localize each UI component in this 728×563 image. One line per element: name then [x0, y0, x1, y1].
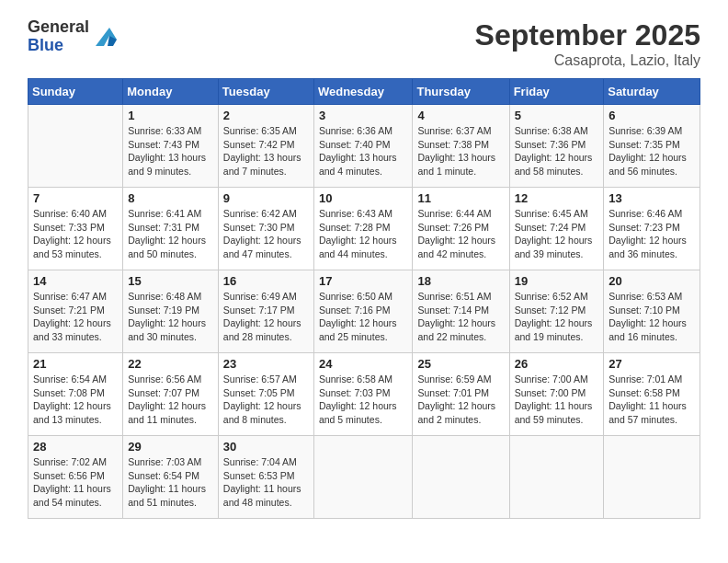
calendar-title: September 2025 — [475, 18, 700, 52]
day-info: Sunrise: 6:56 AM Sunset: 7:07 PM Dayligh… — [128, 373, 213, 427]
day-info: Sunrise: 6:48 AM Sunset: 7:19 PM Dayligh… — [128, 290, 213, 344]
calendar-cell — [313, 436, 413, 519]
calendar-cell: 4Sunrise: 6:37 AM Sunset: 7:38 PM Daylig… — [413, 105, 509, 188]
calendar-cell: 6Sunrise: 6:39 AM Sunset: 7:35 PM Daylig… — [604, 105, 700, 188]
day-number: 3 — [319, 109, 408, 122]
day-number: 29 — [128, 440, 213, 454]
calendar-cell: 5Sunrise: 6:38 AM Sunset: 7:36 PM Daylig… — [509, 105, 604, 188]
day-header-saturday: Saturday — [604, 79, 700, 105]
day-number: 6 — [609, 109, 695, 122]
day-info: Sunrise: 6:39 AM Sunset: 7:35 PM Dayligh… — [609, 124, 695, 178]
day-info: Sunrise: 7:04 AM Sunset: 6:53 PM Dayligh… — [223, 455, 309, 510]
day-number: 11 — [417, 191, 504, 205]
day-number: 10 — [319, 191, 408, 205]
calendar-cell: 9Sunrise: 6:42 AM Sunset: 7:30 PM Daylig… — [218, 188, 313, 270]
day-number: 16 — [223, 274, 309, 288]
calendar-table: SundayMondayTuesdayWednesdayThursdayFrid… — [28, 78, 700, 519]
day-number: 27 — [609, 357, 695, 371]
day-info: Sunrise: 6:51 AM Sunset: 7:14 PM Dayligh… — [417, 290, 504, 344]
day-info: Sunrise: 6:35 AM Sunset: 7:42 PM Dayligh… — [223, 124, 309, 178]
day-number: 25 — [417, 357, 504, 371]
day-info: Sunrise: 6:37 AM Sunset: 7:38 PM Dayligh… — [417, 124, 504, 178]
calendar-cell — [509, 436, 604, 519]
calendar-cell: 2Sunrise: 6:35 AM Sunset: 7:42 PM Daylig… — [218, 105, 313, 188]
calendar-cell: 27Sunrise: 7:01 AM Sunset: 6:58 PM Dayli… — [604, 353, 700, 436]
calendar-cell: 26Sunrise: 7:00 AM Sunset: 7:00 PM Dayli… — [509, 353, 604, 436]
calendar-cell: 22Sunrise: 6:56 AM Sunset: 7:07 PM Dayli… — [123, 353, 219, 436]
calendar-cell: 20Sunrise: 6:53 AM Sunset: 7:10 PM Dayli… — [604, 270, 700, 353]
calendar-cell: 19Sunrise: 6:52 AM Sunset: 7:12 PM Dayli… — [509, 270, 604, 353]
calendar-cell — [604, 436, 700, 519]
day-number: 23 — [223, 357, 309, 371]
calendar-week-row: 1Sunrise: 6:33 AM Sunset: 7:43 PM Daylig… — [28, 105, 700, 188]
calendar-cell: 23Sunrise: 6:57 AM Sunset: 7:05 PM Dayli… — [218, 353, 313, 436]
day-info: Sunrise: 7:02 AM Sunset: 6:56 PM Dayligh… — [33, 455, 118, 510]
day-number: 20 — [609, 274, 695, 288]
calendar-week-row: 28Sunrise: 7:02 AM Sunset: 6:56 PM Dayli… — [28, 436, 700, 519]
day-number: 18 — [417, 274, 504, 288]
day-header-sunday: Sunday — [28, 79, 123, 105]
day-header-wednesday: Wednesday — [313, 79, 413, 105]
day-info: Sunrise: 6:53 AM Sunset: 7:10 PM Dayligh… — [609, 290, 695, 344]
calendar-week-row: 14Sunrise: 6:47 AM Sunset: 7:21 PM Dayli… — [28, 270, 700, 353]
day-info: Sunrise: 6:59 AM Sunset: 7:01 PM Dayligh… — [417, 373, 504, 427]
calendar-cell: 1Sunrise: 6:33 AM Sunset: 7:43 PM Daylig… — [123, 105, 219, 188]
day-number: 13 — [609, 191, 695, 205]
day-number: 8 — [128, 191, 213, 205]
logo-blue: Blue — [28, 37, 89, 55]
day-info: Sunrise: 6:45 AM Sunset: 7:24 PM Dayligh… — [515, 207, 599, 261]
day-number: 15 — [128, 274, 213, 288]
calendar-cell — [413, 436, 509, 519]
calendar-cell: 10Sunrise: 6:43 AM Sunset: 7:28 PM Dayli… — [313, 188, 413, 270]
day-number: 30 — [223, 440, 309, 454]
calendar-week-row: 21Sunrise: 6:54 AM Sunset: 7:08 PM Dayli… — [28, 353, 700, 436]
day-info: Sunrise: 6:46 AM Sunset: 7:23 PM Dayligh… — [609, 207, 695, 261]
day-info: Sunrise: 6:42 AM Sunset: 7:30 PM Dayligh… — [223, 207, 309, 261]
logo-icon — [91, 23, 119, 51]
calendar-cell: 16Sunrise: 6:49 AM Sunset: 7:17 PM Dayli… — [218, 270, 313, 353]
calendar-cell: 8Sunrise: 6:41 AM Sunset: 7:31 PM Daylig… — [123, 188, 219, 270]
day-number: 1 — [128, 109, 213, 122]
calendar-week-row: 7Sunrise: 6:40 AM Sunset: 7:33 PM Daylig… — [28, 188, 700, 270]
logo-general: General — [28, 18, 89, 37]
day-info: Sunrise: 6:33 AM Sunset: 7:43 PM Dayligh… — [128, 124, 213, 178]
day-number: 26 — [515, 357, 599, 371]
page: General Blue September 2025 Casaprota, L… — [0, 0, 728, 563]
calendar-subtitle: Casaprota, Lazio, Italy — [475, 52, 700, 69]
day-number: 17 — [319, 274, 408, 288]
day-info: Sunrise: 6:52 AM Sunset: 7:12 PM Dayligh… — [515, 290, 599, 344]
title-block: September 2025 Casaprota, Lazio, Italy — [475, 18, 700, 69]
day-number: 21 — [33, 357, 118, 371]
calendar-cell: 17Sunrise: 6:50 AM Sunset: 7:16 PM Dayli… — [313, 270, 413, 353]
day-number: 14 — [33, 274, 118, 288]
day-info: Sunrise: 6:54 AM Sunset: 7:08 PM Dayligh… — [33, 373, 118, 427]
calendar-cell — [28, 105, 123, 188]
calendar-cell: 21Sunrise: 6:54 AM Sunset: 7:08 PM Dayli… — [28, 353, 123, 436]
calendar-cell: 28Sunrise: 7:02 AM Sunset: 6:56 PM Dayli… — [28, 436, 123, 519]
day-info: Sunrise: 6:43 AM Sunset: 7:28 PM Dayligh… — [319, 207, 408, 261]
day-number: 5 — [515, 109, 599, 122]
day-header-friday: Friday — [509, 79, 604, 105]
calendar-cell: 12Sunrise: 6:45 AM Sunset: 7:24 PM Dayli… — [509, 188, 604, 270]
day-info: Sunrise: 7:03 AM Sunset: 6:54 PM Dayligh… — [128, 455, 213, 510]
day-info: Sunrise: 6:40 AM Sunset: 7:33 PM Dayligh… — [33, 207, 118, 261]
calendar-cell: 7Sunrise: 6:40 AM Sunset: 7:33 PM Daylig… — [28, 188, 123, 270]
day-info: Sunrise: 6:47 AM Sunset: 7:21 PM Dayligh… — [33, 290, 118, 344]
calendar-cell: 30Sunrise: 7:04 AM Sunset: 6:53 PM Dayli… — [218, 436, 313, 519]
day-info: Sunrise: 6:44 AM Sunset: 7:26 PM Dayligh… — [417, 207, 504, 261]
day-number: 28 — [33, 440, 118, 454]
calendar-cell: 14Sunrise: 6:47 AM Sunset: 7:21 PM Dayli… — [28, 270, 123, 353]
calendar-cell: 3Sunrise: 6:36 AM Sunset: 7:40 PM Daylig… — [313, 105, 413, 188]
calendar-cell: 15Sunrise: 6:48 AM Sunset: 7:19 PM Dayli… — [123, 270, 219, 353]
day-info: Sunrise: 6:50 AM Sunset: 7:16 PM Dayligh… — [319, 290, 408, 344]
day-number: 12 — [515, 191, 599, 205]
day-info: Sunrise: 6:41 AM Sunset: 7:31 PM Dayligh… — [128, 207, 213, 261]
calendar-cell: 24Sunrise: 6:58 AM Sunset: 7:03 PM Dayli… — [313, 353, 413, 436]
day-info: Sunrise: 6:38 AM Sunset: 7:36 PM Dayligh… — [515, 124, 599, 178]
day-header-monday: Monday — [123, 79, 219, 105]
day-number: 4 — [417, 109, 504, 122]
calendar-cell: 11Sunrise: 6:44 AM Sunset: 7:26 PM Dayli… — [413, 188, 509, 270]
day-number: 22 — [128, 357, 213, 371]
day-info: Sunrise: 6:57 AM Sunset: 7:05 PM Dayligh… — [223, 373, 309, 427]
calendar-cell: 25Sunrise: 6:59 AM Sunset: 7:01 PM Dayli… — [413, 353, 509, 436]
